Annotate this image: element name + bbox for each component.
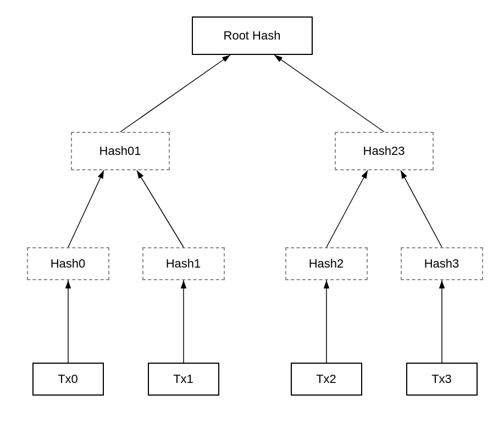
svg-line-4: [137, 170, 184, 247]
tx0-node: Tx0: [32, 363, 104, 396]
hash3-node: Hash3: [401, 247, 483, 280]
svg-line-5: [326, 170, 368, 247]
hash01-label: Hash01: [99, 144, 141, 158]
tx3-label: Tx3: [431, 372, 452, 386]
hash23-node: Hash23: [335, 132, 434, 170]
svg-line-6: [401, 170, 442, 247]
tx2-label: Tx2: [316, 372, 336, 386]
hash1-label: Hash1: [166, 257, 201, 271]
root-hash-label: Root Hash: [224, 29, 281, 43]
svg-line-2: [274, 55, 384, 132]
tx0-label: Tx0: [58, 372, 78, 386]
hash2-node: Hash2: [285, 247, 368, 280]
hash01-node: Hash01: [71, 132, 170, 170]
svg-line-3: [68, 170, 104, 247]
hash2-label: Hash2: [309, 257, 344, 271]
svg-line-1: [120, 55, 230, 132]
tree-connections: [16, 11, 489, 418]
hash23-label: Hash23: [363, 144, 405, 158]
merkle-tree: Root Hash Hash01 Hash23 Hash0 Hash1 Hash…: [16, 11, 489, 418]
hash1-node: Hash1: [142, 247, 225, 280]
tx1-node: Tx1: [148, 363, 219, 396]
tx1-label: Tx1: [173, 372, 193, 386]
tx2-node: Tx2: [291, 363, 362, 396]
hash0-label: Hash0: [51, 257, 86, 271]
tx3-node: Tx3: [406, 363, 478, 396]
root-hash-node: Root Hash: [192, 16, 313, 55]
hash3-label: Hash3: [424, 257, 459, 271]
hash0-node: Hash0: [27, 247, 109, 280]
